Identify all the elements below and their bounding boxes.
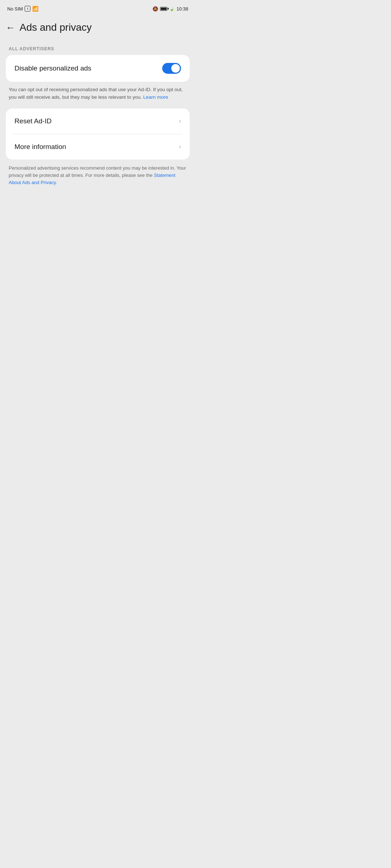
status-left: No SIM ! 📶 [7,6,38,12]
disable-ads-label: Disable personalized ads [14,64,91,72]
no-sim-label: No SIM [7,6,23,12]
clock-time: 10:38 [176,6,188,12]
section-label: ALL ADVERTISERS [0,41,196,55]
more-information-row[interactable]: More information › [6,134,190,159]
disable-ads-card: Disable personalized ads [6,55,190,82]
battery-icon [160,7,167,11]
reset-ad-id-chevron: › [179,117,181,125]
mute-icon: 🔕 [152,6,158,12]
more-information-label: More information [14,143,66,151]
sim-icon: ! [25,6,30,12]
leaf-icon: 🍃 [169,6,175,11]
status-bar: No SIM ! 📶 🔕 🍃 10:38 [0,0,196,16]
page-header: ← Ads and privacy [0,16,196,41]
status-right: 🔕 🍃 10:38 [152,6,188,12]
disable-ads-row[interactable]: Disable personalized ads [6,55,190,82]
back-button[interactable]: ← [6,23,15,32]
bottom-note: Personalized advertising services recomm… [0,159,196,193]
more-information-chevron: › [179,143,181,150]
toggle-thumb [171,64,180,73]
disable-ads-toggle[interactable] [162,63,181,74]
reset-ad-id-row[interactable]: Reset Ad-ID › [6,109,190,134]
disable-ads-description: You can opt out of receiving personalize… [0,82,196,109]
page-title: Ads and privacy [20,22,92,33]
actions-card: Reset Ad-ID › More information › [6,109,190,159]
reset-ad-id-label: Reset Ad-ID [14,117,51,125]
wifi-icon: 📶 [32,6,38,12]
learn-more-link[interactable]: Learn more [143,94,168,100]
